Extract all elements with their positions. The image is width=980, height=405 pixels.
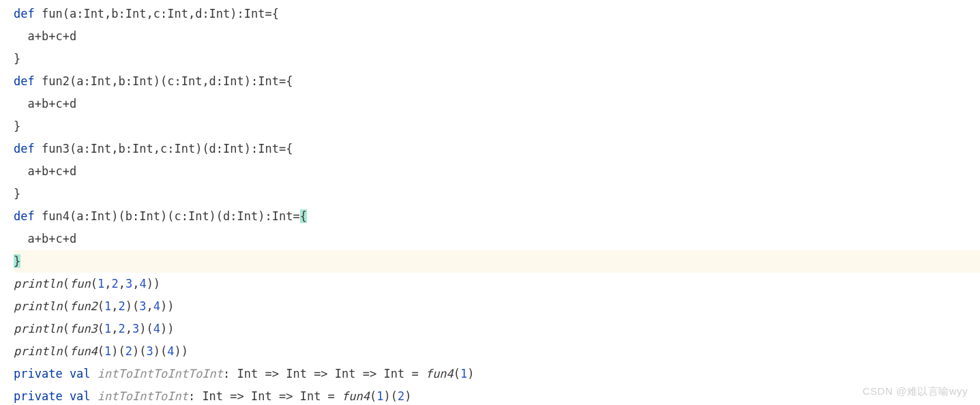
number: 1 (104, 299, 111, 313)
keyword-private-val: private val (14, 367, 91, 380)
code-line[interactable]: def fun(a:Int,b:Int,c:Int,d:Int):Int={ (14, 3, 980, 25)
number: 1 (98, 277, 104, 290)
fn-name: fun (42, 7, 63, 20)
code-line[interactable]: println(fun(1,2,3,4)) (14, 273, 980, 295)
code-line[interactable]: a+b+c+d (14, 228, 980, 250)
keyword-def: def (14, 209, 35, 223)
fn-call: println (14, 344, 63, 358)
brace-close-match: } (14, 254, 20, 268)
number: 4 (139, 277, 146, 290)
code-line-current[interactable]: } (14, 250, 980, 273)
val-name: intToIntToIntToInt (98, 367, 223, 380)
code-line[interactable]: println(fun3(1,2,3)(4)) (14, 318, 980, 340)
number: 3 (147, 344, 153, 358)
keyword-def: def (14, 7, 35, 20)
code-line[interactable]: a+b+c+d (14, 25, 980, 48)
keyword-def: def (14, 74, 35, 88)
fn-call: fun4 (426, 367, 454, 380)
code-line[interactable]: } (14, 115, 980, 138)
code-line[interactable]: println(fun4(1)(2)(3)(4)) (14, 340, 980, 363)
fn-call: println (14, 299, 63, 313)
code-text: } (14, 52, 20, 65)
number: 2 (111, 277, 118, 290)
fn-call: fun3 (70, 322, 98, 335)
code-line[interactable]: def fun4(a:Int)(b:Int)(c:Int)(d:Int):Int… (14, 205, 980, 228)
number: 4 (153, 299, 160, 313)
number: 1 (104, 322, 111, 335)
number: 2 (125, 344, 132, 358)
fn-call: fun (70, 277, 91, 290)
code-text: (a:Int,b:Int)(c:Int,d:Int):Int={ (70, 74, 293, 88)
fn-call: fun2 (70, 299, 98, 313)
code-line[interactable]: } (14, 48, 980, 70)
number: 2 (398, 389, 404, 403)
code-line[interactable]: println(fun2(1,2)(3,4)) (14, 295, 980, 318)
fn-name: fun2 (42, 74, 70, 88)
number: 1 (104, 344, 111, 358)
code-line[interactable]: a+b+c+d (14, 160, 980, 183)
code-line[interactable]: private val intToIntToIntToInt: Int => I… (14, 363, 980, 385)
fn-call: fun4 (342, 389, 370, 403)
number: 4 (153, 322, 160, 335)
number: 3 (132, 322, 139, 335)
number: 3 (125, 277, 132, 290)
fn-call: fun4 (70, 344, 98, 358)
brace-open-match: { (300, 209, 307, 223)
code-text: a+b+c+d (14, 232, 76, 245)
code-text: a+b+c+d (14, 29, 76, 43)
number: 1 (460, 367, 467, 380)
number: 1 (376, 389, 383, 403)
code-text: a+b+c+d (14, 164, 76, 178)
keyword-private-val: private val (14, 389, 91, 403)
fn-name: fun3 (42, 142, 70, 155)
code-text: } (14, 119, 20, 133)
fn-name: fun4 (42, 209, 70, 223)
number: 2 (119, 299, 125, 313)
number: 4 (167, 344, 174, 358)
code-line[interactable]: def fun2(a:Int,b:Int)(c:Int,d:Int):Int={ (14, 70, 980, 93)
code-text: (a:Int,b:Int,c:Int)(d:Int):Int={ (70, 142, 293, 155)
fn-call: println (14, 277, 63, 290)
code-text: a+b+c+d (14, 97, 76, 110)
code-text: (a:Int)(b:Int)(c:Int)(d:Int):Int= (70, 209, 300, 223)
fn-call: println (14, 322, 63, 335)
code-line[interactable]: private val intToIntToInt: Int => Int =>… (14, 385, 980, 405)
keyword-def: def (14, 142, 35, 155)
code-text: (a:Int,b:Int,c:Int,d:Int):Int={ (63, 7, 279, 20)
code-text: } (14, 187, 20, 200)
code-line[interactable]: } (14, 183, 980, 205)
code-line[interactable]: def fun3(a:Int,b:Int,c:Int)(d:Int):Int={ (14, 138, 980, 160)
number: 2 (119, 322, 125, 335)
val-name: intToIntToInt (98, 389, 188, 403)
code-line[interactable]: a+b+c+d (14, 93, 980, 115)
watermark-text: CSDN @难以言喻wyy (863, 380, 968, 402)
code-editor[interactable]: def fun(a:Int,b:Int,c:Int,d:Int):Int={ a… (0, 0, 980, 405)
number: 3 (139, 299, 146, 313)
